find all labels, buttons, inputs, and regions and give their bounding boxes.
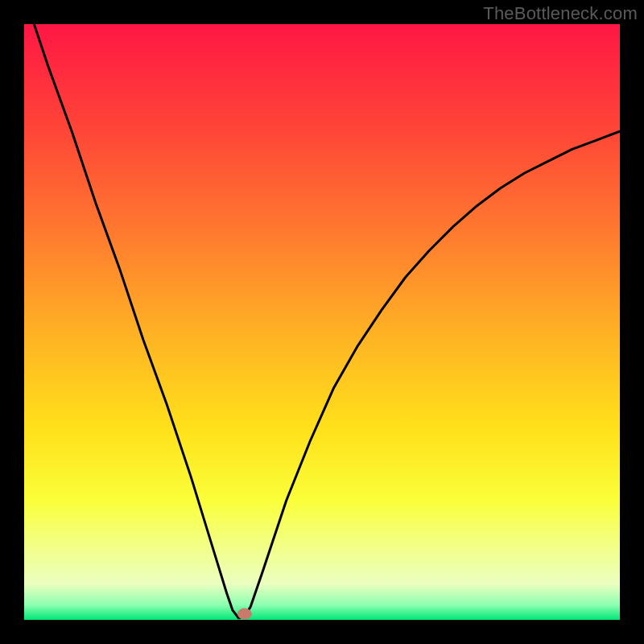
attribution-text: TheBottleneck.com <box>483 3 638 24</box>
plot-area <box>24 24 620 620</box>
optimum-marker <box>237 609 252 620</box>
chart-container: TheBottleneck.com <box>0 0 644 644</box>
bottleneck-chart <box>24 24 620 620</box>
gradient-background <box>24 24 620 620</box>
